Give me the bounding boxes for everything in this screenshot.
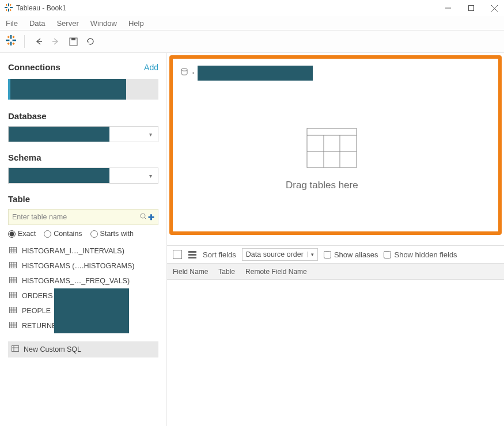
table-heading: Table [8, 194, 30, 204]
svg-rect-74 [188, 254, 196, 256]
svg-rect-54 [10, 307, 17, 313]
svg-rect-27 [13, 43, 14, 45]
title-bar: Tableau - Book1 [0, 0, 504, 16]
app-logo-icon [5, 3, 13, 13]
menu-file[interactable]: File [6, 19, 18, 28]
col-remote-field-name[interactable]: Remote Field Name [245, 268, 307, 276]
svg-rect-5 [6, 4, 7, 6]
show-hidden-fields-checkbox[interactable]: Show hidden fields [384, 250, 457, 259]
svg-rect-16 [10, 35, 12, 39]
toolbar [0, 30, 504, 53]
chevron-down-icon: ▾ [307, 252, 314, 257]
svg-rect-2 [5, 7, 7, 8]
svg-rect-49 [10, 292, 17, 298]
drop-hint-text: Drag tables here [286, 180, 343, 191]
svg-rect-18 [6, 40, 9, 41]
table-search-input[interactable]: Enter table name ✚ [8, 209, 158, 225]
menu-bar: File Data Server Window Help [0, 16, 504, 30]
svg-rect-59 [10, 322, 17, 328]
drop-tables-area[interactable]: Drag tables here [303, 128, 361, 191]
table-icon [9, 277, 17, 285]
connections-heading: Connections [8, 62, 60, 72]
svg-rect-1 [8, 9, 9, 12]
svg-rect-21 [8, 36, 9, 38]
svg-rect-34 [10, 248, 17, 253]
search-icon[interactable] [140, 213, 147, 222]
back-button[interactable] [33, 36, 44, 47]
save-button[interactable] [67, 36, 79, 47]
table-icon [9, 262, 17, 270]
database-heading: Database [8, 111, 47, 121]
forward-button[interactable] [50, 36, 62, 47]
table-search-mode: Exact Contains Starts with [8, 230, 158, 238]
menu-data[interactable]: Data [29, 19, 45, 28]
redacted-region [54, 288, 129, 333]
schema-dropdown[interactable]: ▾ [8, 168, 158, 184]
table-list: HISTOGRAM_I…_INTERVALS) HISTOGRAMS (….HI… [8, 244, 158, 333]
datasource-icon [180, 67, 189, 79]
field-options-bar: Sort fields Data source order ▾ Show ali… [167, 245, 504, 264]
grid-view-icon[interactable] [173, 250, 182, 259]
table-row[interactable]: HISTOGRAM_I…_INTERVALS) [8, 244, 158, 258]
menu-help[interactable]: Help [128, 19, 144, 28]
maximize-button[interactable] [465, 2, 478, 14]
table-icon [9, 307, 17, 315]
svg-line-33 [145, 218, 146, 219]
svg-rect-44 [10, 277, 17, 283]
svg-rect-75 [188, 257, 196, 258]
minimize-button[interactable] [442, 2, 454, 14]
svg-rect-31 [71, 38, 75, 40]
col-table[interactable]: Table [218, 268, 235, 276]
menu-window[interactable]: Window [90, 19, 117, 28]
table-icon [9, 322, 17, 330]
schema-heading: Schema [8, 153, 41, 162]
add-connection-link[interactable]: Add [144, 63, 158, 72]
radio-exact[interactable]: Exact [8, 230, 36, 238]
show-aliases-checkbox[interactable]: Show aliases [324, 250, 378, 259]
svg-rect-23 [13, 36, 14, 38]
svg-rect-39 [10, 263, 17, 268]
table-placeholder-icon [306, 128, 357, 168]
dot-icon: • [192, 70, 194, 76]
connection-item[interactable] [8, 79, 158, 100]
divider [24, 35, 25, 48]
close-button[interactable] [488, 2, 501, 14]
svg-rect-11 [10, 9, 11, 11]
tableau-logo-icon[interactable] [6, 35, 16, 48]
svg-rect-64 [12, 346, 19, 352]
radio-contains[interactable]: Contains [44, 230, 82, 238]
sort-fields-label: Sort fields [203, 250, 236, 259]
table-icon [9, 292, 17, 300]
window-title: Tableau - Book1 [16, 4, 66, 12]
sort-fields-dropdown[interactable]: Data source order ▾ [242, 248, 318, 261]
column-headers: Field Name Table Remote Field Name [167, 264, 504, 280]
svg-point-67 [181, 69, 187, 71]
table-row[interactable]: HISTOGRAMS (….HISTOGRAMS) [8, 258, 158, 273]
radio-starts-with[interactable]: Starts with [90, 230, 134, 238]
svg-rect-19 [13, 40, 16, 41]
svg-rect-0 [8, 3, 9, 6]
svg-rect-17 [10, 42, 12, 45]
new-custom-sql-button[interactable]: New Custom SQL [8, 341, 158, 357]
redacted-region [198, 66, 313, 81]
add-icon[interactable]: ✚ [148, 213, 154, 222]
svg-rect-13 [469, 6, 474, 11]
list-view-icon[interactable] [188, 250, 197, 259]
chevron-down-icon: ▾ [149, 131, 158, 138]
left-sidebar: Connections Add Database ▾ Schema ▾ Tabl… [0, 53, 167, 426]
svg-rect-3 [10, 7, 13, 8]
col-field-name[interactable]: Field Name [173, 268, 208, 276]
refresh-button[interactable] [85, 36, 96, 47]
svg-rect-9 [6, 9, 7, 11]
database-dropdown[interactable]: ▾ [8, 126, 158, 142]
canvas-area: • Drag tables here Sort fields Data sour… [167, 53, 504, 426]
table-row[interactable]: HISTOGRAMS_…_FREQ_VALS) [8, 273, 158, 288]
chevron-down-icon: ▾ [149, 173, 158, 179]
svg-rect-7 [10, 4, 11, 6]
svg-rect-68 [307, 128, 357, 168]
search-placeholder: Enter table name [12, 213, 67, 221]
svg-rect-25 [8, 43, 9, 45]
svg-point-32 [141, 214, 145, 218]
sql-icon [12, 345, 19, 353]
menu-server[interactable]: Server [56, 19, 78, 28]
